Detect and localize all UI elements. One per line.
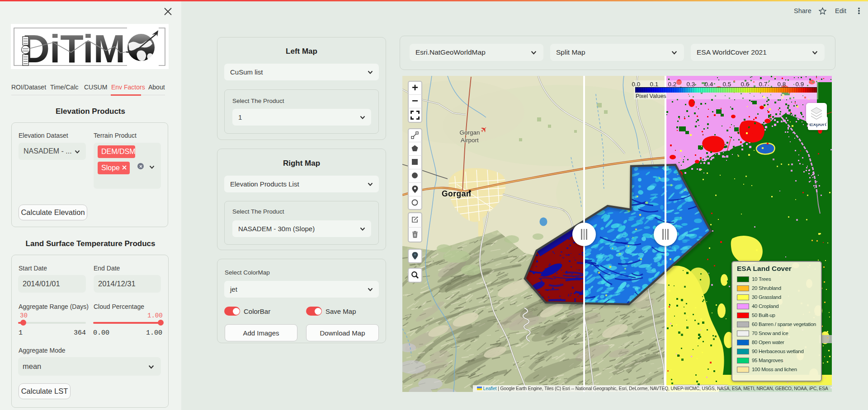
svg-text:DiTiM: DiTiM xyxy=(22,26,125,69)
